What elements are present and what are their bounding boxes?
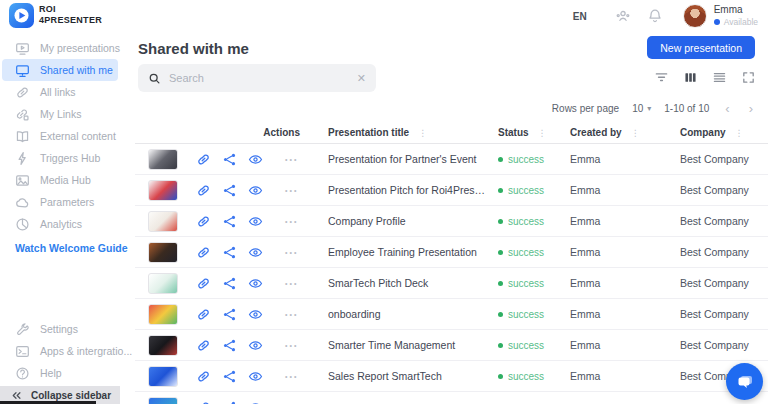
sidebar-item-media-hub[interactable]: Media Hub	[2, 169, 118, 191]
more-actions-button[interactable]: •••	[285, 218, 298, 225]
copy-link-icon[interactable]	[196, 400, 211, 404]
sidebar-item-parameters[interactable]: Parameters	[2, 191, 118, 213]
sidebar-item-settings[interactable]: Settings	[2, 318, 118, 340]
eye-preview-icon[interactable]	[248, 214, 263, 229]
share-icon[interactable]	[222, 369, 237, 384]
share-icon[interactable]	[222, 338, 237, 353]
invite-users-icon[interactable]	[615, 8, 631, 24]
presentation-title[interactable]: Employee Training Presentation	[328, 246, 498, 258]
presentation-thumbnail[interactable]	[148, 180, 178, 201]
more-actions-button[interactable]: •••	[285, 249, 298, 256]
presentation-thumbnail[interactable]	[148, 211, 178, 232]
copy-link-icon[interactable]	[196, 369, 211, 384]
sidebar-item-my-links[interactable]: My Links	[2, 103, 118, 125]
view-toggle-group	[654, 70, 756, 85]
share-icon[interactable]	[222, 152, 237, 167]
column-menu-icon[interactable]: ⋮	[631, 128, 640, 138]
more-actions-button[interactable]: •••	[285, 373, 298, 380]
list-view-icon[interactable]	[712, 70, 727, 85]
copy-link-icon[interactable]	[196, 276, 211, 291]
presentation-thumbnail[interactable]	[148, 273, 178, 294]
more-actions-button[interactable]: •••	[285, 280, 298, 287]
more-actions-button[interactable]: •••	[285, 156, 298, 163]
sidebar-item-all-links[interactable]: All links	[2, 81, 118, 103]
language-selector[interactable]: EN	[573, 11, 587, 22]
copy-link-icon[interactable]	[196, 152, 211, 167]
grid-view-icon[interactable]	[683, 70, 698, 85]
copy-link-icon[interactable]	[196, 307, 211, 322]
presentation-thumbnail[interactable]	[148, 149, 178, 170]
share-icon[interactable]	[222, 183, 237, 198]
presentation-title[interactable]: Presentation for Partner's Event	[328, 153, 498, 165]
table-row[interactable]: ••• Presentation for Partner's Event suc…	[135, 144, 768, 175]
notifications-bell-icon[interactable]	[647, 8, 663, 24]
previous-page-icon[interactable]: ‹	[722, 102, 732, 115]
filter-icon[interactable]	[654, 70, 669, 85]
sidebar-item-my-presentations[interactable]: My presentations	[2, 37, 118, 59]
external-icon	[15, 129, 30, 144]
presentation-title[interactable]: Presentation Pitch for Roi4Presenter for…	[328, 184, 498, 196]
eye-preview-icon[interactable]	[248, 307, 263, 322]
eye-preview-icon[interactable]	[248, 400, 263, 404]
sidebar-item-external-content[interactable]: External content	[2, 125, 118, 147]
column-header-created-by: Created by	[570, 127, 622, 138]
watch-welcome-guide-link[interactable]: Watch Welcome Guide	[15, 242, 120, 254]
fullscreen-icon[interactable]	[741, 70, 756, 85]
chat-widget-button[interactable]	[726, 363, 763, 400]
presentation-title[interactable]: Company Profile	[328, 215, 498, 227]
sidebar-item-triggers-hub[interactable]: Triggers Hub	[2, 147, 118, 169]
more-actions-button[interactable]: •••	[285, 187, 298, 194]
eye-preview-icon[interactable]	[248, 183, 263, 198]
share-icon[interactable]	[222, 276, 237, 291]
column-menu-icon[interactable]: ⋮	[538, 128, 547, 138]
presentation-title[interactable]: Smarter Time Management	[328, 339, 498, 351]
table-row[interactable]: ••• SmarTech Pitch Deck success Emma Bes…	[135, 268, 768, 299]
new-presentation-button[interactable]: New presentation	[647, 36, 755, 59]
presentation-thumbnail[interactable]	[148, 366, 178, 387]
search-input[interactable]	[169, 72, 349, 84]
more-actions-button[interactable]: •••	[285, 311, 298, 318]
sidebar-item-label: Settings	[40, 323, 78, 335]
table-row[interactable]: ••• Smarter Time Management success Emma…	[135, 330, 768, 361]
share-icon[interactable]	[222, 214, 237, 229]
roi4presenter-logo-icon[interactable]	[9, 3, 34, 28]
eye-preview-icon[interactable]	[248, 245, 263, 260]
table-row[interactable]: ••• Employee Training Presentation succe…	[135, 237, 768, 268]
presentation-thumbnail[interactable]	[148, 242, 178, 263]
next-page-icon[interactable]: ›	[746, 102, 756, 115]
table-row[interactable]: ••• Company Profile success Emma Best Co…	[135, 206, 768, 237]
table-row[interactable]: ••• Presentation Pitch for Roi4Presenter…	[135, 175, 768, 206]
eye-preview-icon[interactable]	[248, 276, 263, 291]
presentation-title[interactable]: SmarTech Pitch Deck	[328, 277, 498, 289]
eye-preview-icon[interactable]	[248, 369, 263, 384]
sidebar-item-shared-with-me[interactable]: Shared with me	[2, 59, 118, 81]
collapse-sidebar-label: Collapse sidebar	[31, 390, 111, 401]
eye-preview-icon[interactable]	[248, 338, 263, 353]
table-row[interactable]: ••• Sales Report SmartTech success Emma …	[135, 361, 768, 392]
sidebar-item-analytics[interactable]: Analytics	[2, 213, 118, 235]
created-by: Emma	[570, 370, 680, 382]
copy-link-icon[interactable]	[196, 183, 211, 198]
presentation-thumbnail[interactable]	[148, 335, 178, 356]
column-menu-icon[interactable]: ⋮	[418, 128, 427, 138]
copy-link-icon[interactable]	[196, 214, 211, 229]
share-icon[interactable]	[222, 307, 237, 322]
share-icon[interactable]	[222, 400, 237, 404]
eye-preview-icon[interactable]	[248, 152, 263, 167]
share-icon[interactable]	[222, 245, 237, 260]
table-row[interactable]: •••	[135, 392, 768, 404]
column-menu-icon[interactable]: ⋮	[735, 128, 744, 138]
copy-link-icon[interactable]	[196, 245, 211, 260]
copy-link-icon[interactable]	[196, 338, 211, 353]
sidebar-item-help[interactable]: Help	[2, 362, 118, 384]
presentation-thumbnail[interactable]	[148, 397, 178, 404]
sidebar-item-apps-intergratio[interactable]: Apps & intergratio...	[2, 340, 118, 362]
presentation-title[interactable]: Sales Report SmartTech	[328, 370, 498, 382]
table-row[interactable]: ••• onboarding success Emma Best Company	[135, 299, 768, 330]
rows-per-page-select[interactable]: 10 ▾	[632, 103, 651, 114]
presentation-title[interactable]: onboarding	[328, 308, 498, 320]
clear-search-icon[interactable]: ✕	[357, 72, 366, 85]
more-actions-button[interactable]: •••	[285, 342, 298, 349]
user-avatar[interactable]	[683, 4, 707, 28]
presentation-thumbnail[interactable]	[148, 304, 178, 325]
